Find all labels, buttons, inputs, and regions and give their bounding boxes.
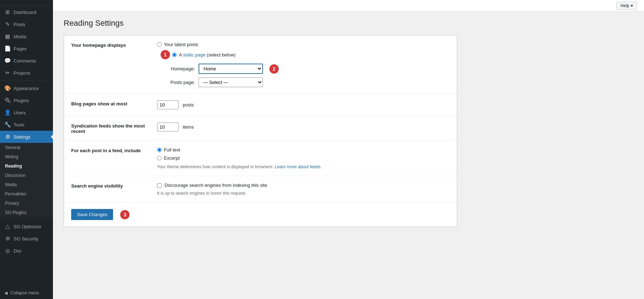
submenu-label: Writing — [5, 154, 18, 159]
topbar: Help ▾ — [53, 0, 644, 11]
sidebar-item-comments[interactable]: 💬 Comments — [0, 55, 53, 67]
sidebar-item-appearance[interactable]: 🎨 Appearance — [0, 82, 53, 94]
sidebar-item-permalinks[interactable]: Permalinks — [0, 189, 53, 199]
excerpt-radio-item: Excerpt — [157, 155, 450, 161]
homepage-select[interactable]: Home About Contact Sample Page — [199, 64, 263, 74]
sidebar-item-media[interactable]: ▦ Media — [0, 30, 53, 43]
search-note: It is up to search engines to honor this… — [157, 191, 450, 196]
collapse-label: Collapse menu — [10, 290, 39, 295]
feed-info: Your theme determines how content is dis… — [157, 164, 450, 169]
posts-page-select-label: Posts page: — [163, 80, 195, 85]
divi-icon: ◎ — [4, 248, 11, 254]
tools-icon: 🔧 — [4, 121, 11, 128]
sidebar-separator-2 — [0, 219, 53, 219]
sidebar-item-label: Posts — [14, 22, 25, 27]
badge-2: 2 — [269, 64, 279, 74]
static-page-selects: Homepage: Home About Contact Sample Page… — [163, 64, 450, 87]
page-title: Reading Settings — [64, 19, 633, 28]
sidebar-item-label: Pages — [14, 46, 27, 51]
blog-pages-field: posts — [157, 100, 450, 109]
sidebar-item-label: Divi — [14, 248, 21, 254]
static-page-link[interactable]: static page — [183, 52, 206, 58]
sidebar-item-label: Users — [14, 110, 26, 115]
sidebar-item-writing[interactable]: Writing — [0, 152, 53, 161]
sidebar-item-pages[interactable]: 📄 Pages — [0, 43, 53, 55]
sidebar-item-label: Dashboard — [14, 10, 36, 15]
save-changes-button[interactable]: Save Changes — [71, 209, 113, 220]
full-text-radio[interactable] — [157, 148, 162, 152]
posts-icon: ✎ — [4, 21, 11, 28]
feed-radio-group: Full text Excerpt — [157, 147, 450, 161]
homepage-displays-label: Your homepage displays — [71, 42, 150, 48]
sidebar-item-label: Appearance — [14, 86, 39, 91]
sidebar-item-divi[interactable]: ◎ Divi — [0, 245, 53, 257]
sidebar-item-label: Media — [14, 34, 26, 39]
latest-posts-radio[interactable] — [157, 42, 162, 47]
sidebar-item-sg-security[interactable]: ⚙ SG Security — [0, 233, 53, 245]
sidebar-item-discussion[interactable]: Discussion — [0, 171, 53, 180]
sidebar-item-dashboard[interactable]: ⊞ Dashboard — [0, 6, 53, 18]
excerpt-radio[interactable] — [157, 156, 162, 160]
users-icon: 👤 — [4, 109, 11, 116]
full-text-radio-item: Full text — [157, 147, 450, 153]
feed-learn-more-link[interactable]: Learn more about feeds — [275, 164, 320, 169]
help-chevron-icon: ▾ — [631, 3, 633, 8]
sidebar-item-label: Comments — [14, 58, 36, 64]
sidebar-header — [0, 0, 53, 6]
badge-3: 3 — [120, 210, 130, 219]
sidebar-item-users[interactable]: 👤 Users — [0, 106, 53, 119]
submenu-label: Media — [5, 182, 17, 187]
static-page-radio[interactable] — [172, 53, 177, 57]
sidebar-item-label: Tools — [14, 122, 24, 128]
blog-pages-row: Blog pages show at most posts — [64, 94, 457, 116]
sidebar-item-general[interactable]: General — [0, 143, 53, 152]
posts-page-select[interactable]: — Select — About Blog Contact — [199, 78, 263, 87]
submenu-label: Reading — [5, 164, 22, 169]
feed-include-row: For each post in a feed, include Full te… — [64, 141, 457, 176]
sidebar-item-projects[interactable]: ✏ Projects — [0, 67, 53, 79]
submenu-label: General — [5, 145, 20, 150]
collapse-menu-button[interactable]: ◀ Collapse menu — [0, 287, 53, 299]
collapse-icon: ◀ — [4, 290, 8, 295]
search-engine-checkbox[interactable] — [157, 183, 162, 188]
dashboard-icon: ⊞ — [4, 9, 11, 15]
sidebar-item-label: Settings — [14, 134, 30, 140]
search-visibility-label: Search engine visibility — [71, 183, 150, 189]
sidebar-item-tools[interactable]: 🔧 Tools — [0, 119, 53, 131]
latest-posts-label: Your latest posts — [164, 42, 198, 47]
search-visibility-field: Discourage search engines from indexing … — [157, 183, 450, 196]
blog-pages-input[interactable] — [157, 100, 179, 109]
syndication-row: Syndication feeds show the most recent i… — [64, 116, 457, 141]
blog-pages-label: Blog pages show at most — [71, 100, 150, 106]
syndication-suffix: items — [183, 124, 194, 130]
homepage-displays-field: Your latest posts 1 A static page (selec… — [157, 42, 450, 87]
sg-security-icon: ⚙ — [4, 235, 11, 242]
sidebar-item-sg-optimizer[interactable]: △ SG Optimizer — [0, 220, 53, 233]
settings-arrow — [51, 135, 53, 139]
full-text-label: Full text — [164, 147, 180, 153]
sidebar-item-sg-plugins[interactable]: SG Plugins — [0, 208, 53, 217]
search-checkbox-label: Discourage search engines from indexing … — [165, 183, 267, 188]
homepage-select-row: Homepage: Home About Contact Sample Page… — [163, 64, 450, 74]
help-button[interactable]: Help ▾ — [616, 2, 637, 10]
appearance-icon: 🎨 — [4, 85, 11, 91]
save-row: Save Changes 3 — [64, 203, 457, 226]
sg-optimizer-icon: △ — [4, 223, 11, 230]
sidebar-item-posts[interactable]: ✎ Posts — [0, 18, 53, 30]
posts-page-select-row: Posts page: — Select — About Blog Contac… — [163, 78, 450, 87]
feed-include-label: For each post in a feed, include — [71, 147, 150, 153]
syndication-label: Syndication feeds show the most recent — [71, 123, 150, 134]
homepage-select-label: Homepage: — [163, 66, 195, 71]
settings-icon: ⚙ — [4, 134, 11, 140]
sidebar-item-media-setting[interactable]: Media — [0, 180, 53, 189]
syndication-input[interactable] — [157, 123, 179, 131]
badge-1: 1 — [161, 50, 170, 59]
sidebar-item-label: SG Security — [14, 236, 38, 241]
sidebar: ⊞ Dashboard ✎ Posts ▦ Media 📄 Pages 💬 Co… — [0, 0, 53, 299]
sidebar-item-reading[interactable]: Reading — [0, 161, 53, 171]
sidebar-item-privacy[interactable]: Privacy — [0, 199, 53, 208]
submenu-label: Privacy — [5, 201, 19, 206]
sidebar-item-settings[interactable]: ⚙ Settings — [0, 131, 53, 143]
settings-submenu: General Writing Reading Discussion Media… — [0, 143, 53, 217]
sidebar-item-plugins[interactable]: 🔌 Plugins — [0, 94, 53, 106]
